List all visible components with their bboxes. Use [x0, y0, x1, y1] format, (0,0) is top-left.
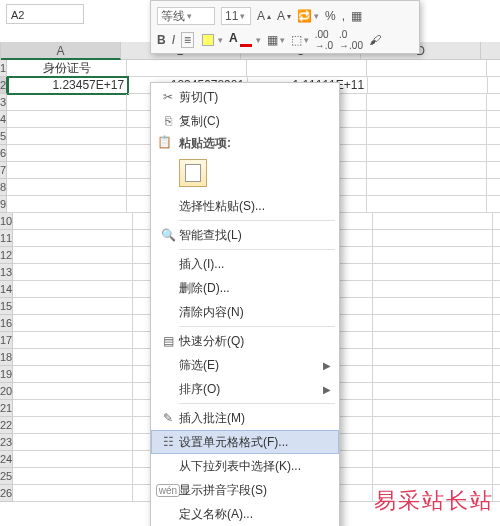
cell[interactable]: [373, 434, 493, 451]
row-header[interactable]: 3: [0, 94, 7, 111]
cell[interactable]: [13, 332, 133, 349]
cell[interactable]: [367, 128, 487, 145]
borders-icon[interactable]: ▦▾: [267, 33, 285, 47]
cell[interactable]: [373, 332, 493, 349]
cell[interactable]: [367, 111, 487, 128]
cell[interactable]: [13, 264, 133, 281]
menu-show-phonetic[interactable]: wén显示拼音字段(S): [151, 478, 339, 502]
italic-button[interactable]: I: [172, 33, 175, 47]
increase-font-icon[interactable]: A▴: [257, 9, 271, 23]
cell[interactable]: [493, 400, 500, 417]
cell[interactable]: [13, 230, 133, 247]
align-center-icon[interactable]: ≡: [181, 32, 194, 48]
cell[interactable]: [13, 485, 133, 502]
menu-define-name[interactable]: 定义名称(A)...: [151, 502, 339, 526]
decrease-font-icon[interactable]: A▾: [277, 9, 291, 23]
cell[interactable]: [373, 247, 493, 264]
cell[interactable]: [487, 196, 500, 213]
increase-decimal-icon[interactable]: .0→.00: [339, 29, 363, 51]
menu-insert[interactable]: 插入(I)...: [151, 252, 339, 276]
cell[interactable]: [373, 298, 493, 315]
cell[interactable]: [487, 111, 500, 128]
menu-format-cells[interactable]: ☷设置单元格格式(F)...: [151, 430, 339, 454]
row-header[interactable]: 25: [0, 468, 13, 485]
cell[interactable]: [13, 247, 133, 264]
cell[interactable]: [493, 264, 500, 281]
cell[interactable]: [493, 434, 500, 451]
row-header[interactable]: 14: [0, 281, 13, 298]
col-header-a[interactable]: A: [1, 42, 121, 60]
cell[interactable]: [367, 60, 487, 77]
row-header[interactable]: 15: [0, 298, 13, 315]
cell[interactable]: [367, 179, 487, 196]
cell[interactable]: [367, 94, 487, 111]
row-header[interactable]: 11: [0, 230, 13, 247]
cell[interactable]: [13, 281, 133, 298]
cell[interactable]: [493, 468, 500, 485]
cell[interactable]: [373, 213, 493, 230]
cell[interactable]: [493, 417, 500, 434]
cell[interactable]: [373, 264, 493, 281]
cell[interactable]: [493, 332, 500, 349]
cell[interactable]: [13, 315, 133, 332]
format-painter-icon[interactable]: 🖌: [369, 33, 381, 47]
cell[interactable]: [373, 315, 493, 332]
cell[interactable]: [367, 145, 487, 162]
row-header[interactable]: 8: [0, 179, 7, 196]
paste-option-default[interactable]: [151, 155, 339, 194]
cell[interactable]: [493, 230, 500, 247]
row-header[interactable]: 23: [0, 434, 13, 451]
row-header[interactable]: 17: [0, 332, 13, 349]
cell[interactable]: [493, 366, 500, 383]
cell[interactable]: [127, 60, 247, 77]
comma-format-icon[interactable]: ,: [342, 9, 345, 23]
row-header[interactable]: 1: [0, 60, 7, 77]
menu-paste-special[interactable]: 选择性粘贴(S)...: [151, 194, 339, 218]
menu-cut[interactable]: ✂剪切(T): [151, 85, 339, 109]
cell[interactable]: [488, 77, 500, 94]
cell[interactable]: [487, 162, 500, 179]
font-name-select[interactable]: 等线▾: [157, 7, 215, 25]
menu-sort[interactable]: 排序(O)▶: [151, 377, 339, 401]
cell[interactable]: [493, 213, 500, 230]
cell[interactable]: [7, 179, 127, 196]
cell[interactable]: [13, 383, 133, 400]
cell[interactable]: [247, 60, 367, 77]
cell[interactable]: 身份证号: [7, 60, 127, 77]
cell[interactable]: [13, 213, 133, 230]
row-header[interactable]: 20: [0, 383, 13, 400]
menu-copy[interactable]: ⎘复制(C): [151, 109, 339, 133]
cell[interactable]: [367, 162, 487, 179]
menu-insert-comment[interactable]: ✎插入批注(M): [151, 406, 339, 430]
cell[interactable]: [493, 485, 500, 502]
name-box[interactable]: A2: [6, 4, 84, 24]
row-header[interactable]: 19: [0, 366, 13, 383]
cell[interactable]: [13, 451, 133, 468]
cell[interactable]: [373, 230, 493, 247]
menu-pick-from-list[interactable]: 从下拉列表中选择(K)...: [151, 454, 339, 478]
cell[interactable]: [487, 179, 500, 196]
cell[interactable]: [373, 366, 493, 383]
merge-center-icon[interactable]: ⬚▾: [291, 33, 309, 47]
cell[interactable]: [493, 349, 500, 366]
cell[interactable]: [493, 298, 500, 315]
cell[interactable]: 1.23457E+17: [8, 77, 128, 94]
cell[interactable]: [493, 281, 500, 298]
row-header[interactable]: 6: [0, 145, 7, 162]
cell[interactable]: [373, 349, 493, 366]
cell[interactable]: [13, 400, 133, 417]
cell[interactable]: [7, 111, 127, 128]
cell[interactable]: [13, 349, 133, 366]
cell[interactable]: [373, 417, 493, 434]
col-header-e[interactable]: E: [481, 42, 500, 60]
row-header[interactable]: 16: [0, 315, 13, 332]
cell[interactable]: [13, 468, 133, 485]
row-header[interactable]: 7: [0, 162, 7, 179]
cell[interactable]: [368, 77, 488, 94]
cell[interactable]: [7, 145, 127, 162]
accounting-format-icon[interactable]: 🔁▾: [297, 9, 319, 23]
menu-clear-contents[interactable]: 清除内容(N): [151, 300, 339, 324]
cell[interactable]: [493, 451, 500, 468]
cell[interactable]: [13, 298, 133, 315]
cell[interactable]: [373, 400, 493, 417]
